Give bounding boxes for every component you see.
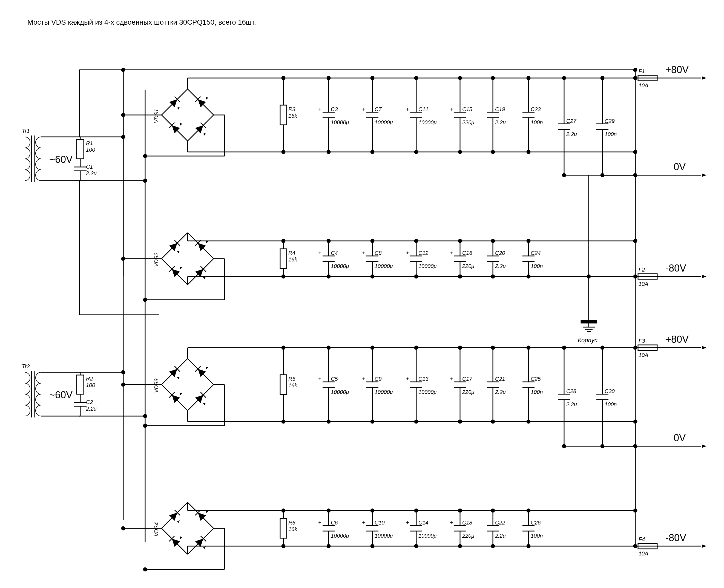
svg-text:+: + — [362, 376, 365, 382]
bridge-VDS3 — [162, 359, 213, 411]
svg-rect-440 — [581, 320, 596, 323]
svg-point-112 — [415, 150, 418, 153]
svg-point-205 — [491, 275, 495, 278]
svg-point-185 — [371, 275, 374, 278]
svg-marker-423 — [702, 275, 706, 278]
svg-text:F2: F2 — [639, 267, 645, 273]
svg-point-160 — [144, 298, 147, 301]
transformer-voltage: ~60V — [49, 389, 73, 400]
svg-point-53 — [144, 415, 147, 418]
svg-line-72 — [203, 115, 213, 125]
svg-point-130 — [527, 76, 530, 80]
svg-marker-303 — [180, 536, 182, 539]
cap-val: 100n — [531, 119, 543, 125]
svg-text:+: + — [362, 250, 365, 256]
svg-text:R1: R1 — [86, 140, 93, 146]
svg-point-271 — [415, 346, 418, 349]
svg-point-331 — [282, 544, 285, 548]
svg-point-279 — [458, 420, 462, 423]
svg-marker-138 — [177, 251, 180, 253]
svg-point-359 — [458, 544, 462, 548]
svg-point-365 — [491, 544, 495, 548]
svg-line-222 — [162, 385, 172, 395]
cap-ref: C23 — [531, 106, 541, 112]
svg-text:VDS3: VDS3 — [153, 379, 159, 393]
cap-val: 100n — [531, 263, 543, 269]
output-0v: 0V — [674, 161, 686, 172]
svg-line-57 — [177, 89, 188, 99]
svg-text:100: 100 — [86, 147, 95, 153]
svg-text:+: + — [450, 250, 453, 256]
svg-point-330 — [282, 509, 285, 512]
cap-ref: C7 — [375, 106, 382, 112]
svg-marker-408 — [702, 445, 706, 448]
svg-text:F3: F3 — [639, 338, 645, 344]
svg-text:16k: 16k — [288, 113, 297, 119]
svg-marker-313 — [203, 546, 206, 549]
cap-ref: C27 — [566, 118, 577, 124]
cap-val: 10000μ — [418, 533, 437, 539]
cap-val: 10000μ — [375, 389, 393, 395]
svg-point-337 — [327, 509, 330, 512]
schematic-svg: Мосты VDS каждый из 4-х сдвоенных шоттки… — [0, 0, 724, 588]
svg-text:F1: F1 — [639, 68, 645, 74]
svg-text:R3: R3 — [288, 106, 295, 112]
svg-point-51 — [122, 371, 125, 374]
svg-point-191 — [415, 239, 418, 243]
svg-line-139 — [177, 274, 188, 285]
cap-ref: C15 — [462, 106, 473, 112]
cap-val: 10000μ — [375, 533, 393, 539]
svg-point-125 — [491, 150, 495, 153]
svg-line-149 — [188, 274, 198, 285]
svg-point-251 — [282, 420, 285, 423]
bridge-VDS1 — [162, 89, 213, 141]
cap-val: 100n — [605, 401, 617, 407]
svg-text:100: 100 — [86, 382, 95, 388]
svg-text:VDS4: VDS4 — [153, 522, 159, 537]
svg-point-119 — [458, 150, 462, 153]
cap-ref: C30 — [605, 388, 615, 394]
svg-text:+: + — [406, 106, 409, 112]
output-1: +80V — [665, 64, 689, 75]
svg-point-170 — [282, 239, 285, 243]
svg-point-171 — [282, 275, 285, 278]
svg-marker-233 — [203, 403, 206, 405]
cap-val: 2.2u — [566, 401, 577, 407]
svg-point-370 — [527, 509, 530, 512]
svg-point-131 — [527, 150, 530, 153]
svg-point-204 — [491, 239, 495, 243]
svg-marker-58 — [177, 107, 180, 110]
svg-line-229 — [188, 400, 198, 411]
svg-line-147 — [188, 233, 198, 243]
svg-point-338 — [327, 544, 330, 548]
svg-point-98 — [327, 150, 330, 153]
svg-line-304 — [203, 518, 213, 528]
svg-text:+: + — [318, 520, 322, 526]
svg-line-134 — [162, 248, 172, 259]
svg-line-214 — [162, 374, 172, 385]
svg-marker-298 — [177, 520, 180, 523]
svg-text:VDS1: VDS1 — [153, 109, 159, 123]
cap-ref: C6 — [331, 520, 338, 526]
cap-val: 10000μ — [375, 263, 393, 269]
svg-text:+: + — [406, 250, 409, 256]
svg-marker-73 — [203, 133, 206, 136]
output-3: +80V — [665, 334, 689, 345]
svg-point-47 — [122, 135, 125, 139]
svg-line-309 — [188, 544, 198, 554]
svg-point-379 — [562, 76, 566, 80]
svg-point-177 — [327, 239, 330, 243]
svg-point-364 — [491, 509, 495, 512]
cap-val: 10000μ — [331, 119, 349, 125]
svg-line-232 — [203, 385, 213, 395]
svg-marker-223 — [180, 393, 182, 395]
cap-ref: C26 — [531, 520, 541, 526]
svg-text:+: + — [450, 106, 453, 112]
cap-val: 2.2u — [495, 263, 506, 269]
cap-ref: C5 — [331, 376, 338, 382]
svg-point-316 — [122, 527, 125, 530]
svg-marker-390 — [702, 173, 706, 177]
cap-val: 2.2u — [495, 119, 506, 125]
svg-line-137 — [177, 233, 188, 243]
svg-point-446 — [587, 275, 591, 278]
